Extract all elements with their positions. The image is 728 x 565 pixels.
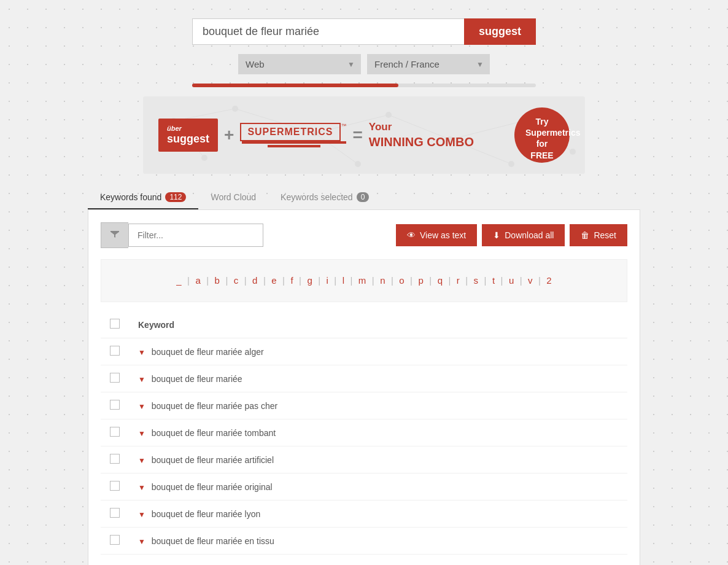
- search-input[interactable]: [192, 18, 464, 45]
- alpha-link-o[interactable]: o: [397, 274, 406, 287]
- select-all-header: [101, 311, 129, 338]
- tab-keywords-selected[interactable]: Keywords selected 0: [268, 186, 381, 209]
- eye-icon: 👁: [407, 230, 416, 240]
- expand-arrow-4[interactable]: ▼: [138, 456, 145, 465]
- language-dropdown[interactable]: French / France English / US German / Ge…: [367, 54, 490, 74]
- row-checkbox-cell-0: [101, 338, 129, 365]
- progress-bar-fill: [192, 84, 398, 87]
- alpha-link-u[interactable]: u: [506, 274, 516, 287]
- alpha-link-c[interactable]: c: [231, 274, 241, 287]
- row-checkbox-5[interactable]: [110, 481, 120, 491]
- alpha-link-f[interactable]: f: [288, 274, 295, 287]
- alpha-link-r[interactable]: r: [454, 274, 462, 287]
- keyword-cell-6: ▼ bouquet de fleur mariée lyon: [129, 501, 627, 528]
- expand-arrow-2[interactable]: ▼: [138, 402, 145, 411]
- keyword-cell-4: ▼ bouquet de fleur mariée artificiel: [129, 446, 627, 473]
- language-dropdown-wrapper: French / France English / US German / Ge…: [367, 54, 490, 74]
- alpha-link-t[interactable]: t: [490, 274, 497, 287]
- row-checkbox-6[interactable]: [110, 508, 120, 518]
- row-checkbox-0[interactable]: [110, 346, 120, 356]
- alphabet-filter: _ | a | b | c | d | e | f | g | i | l |: [101, 259, 627, 302]
- alpha-link-v[interactable]: v: [525, 274, 535, 287]
- main-content: 👁 View as text ⬇ Download all 🗑 Reset _: [12, 209, 716, 565]
- reset-button[interactable]: 🗑 Reset: [570, 224, 627, 246]
- keyword-cell-0: ▼ bouquet de fleur mariée alger: [129, 338, 627, 365]
- row-checkbox-1[interactable]: [110, 373, 120, 383]
- alpha-link-n[interactable]: n: [378, 274, 387, 287]
- table-row: ▼ bouquet de fleur mariée pas cher: [101, 392, 627, 419]
- expand-arrow-5[interactable]: ▼: [138, 483, 145, 492]
- alpha-link-d[interactable]: d: [250, 274, 260, 287]
- progress-section: [12, 84, 716, 87]
- plus-sign: +: [224, 125, 234, 145]
- promo-banner: über suggest + SUPERMETRICS ™ = YourWI: [143, 96, 585, 174]
- alpha-link-i[interactable]: i: [324, 274, 331, 287]
- filter-icon-button[interactable]: [101, 222, 128, 248]
- alpha-link-s[interactable]: s: [471, 274, 481, 287]
- tab-keywords-selected-label: Keywords selected: [281, 192, 353, 202]
- alpha-link-a[interactable]: a: [193, 274, 203, 287]
- alpha-link-l[interactable]: l: [340, 274, 347, 287]
- expand-arrow-6[interactable]: ▼: [138, 510, 145, 519]
- alpha-link-g[interactable]: g: [304, 274, 314, 287]
- row-checkbox-cell-4: [101, 446, 129, 473]
- view-as-text-button[interactable]: 👁 View as text: [396, 224, 477, 246]
- alpha-link-q[interactable]: q: [435, 274, 445, 287]
- winning-combo-text: YourWINNING COMBO: [369, 120, 474, 150]
- row-checkbox-7[interactable]: [110, 535, 120, 545]
- try-supermetrics-button[interactable]: Try Supermetricsfor FREE: [514, 107, 570, 163]
- tab-word-cloud[interactable]: Word Cloud: [198, 186, 268, 209]
- keyword-column-header: Keyword: [129, 311, 627, 338]
- tab-word-cloud-label: Word Cloud: [211, 192, 256, 202]
- keywords-table: Keyword ▼ bouquet de fleur mariée alger …: [101, 311, 627, 555]
- progress-bar-container: [192, 84, 536, 87]
- alpha-link-e[interactable]: e: [269, 274, 279, 287]
- view-as-text-label: View as text: [420, 230, 466, 240]
- alpha-link-p[interactable]: p: [416, 274, 425, 287]
- banner-logos: über suggest + SUPERMETRICS ™ = YourWI: [158, 119, 474, 152]
- row-checkbox-3[interactable]: [110, 427, 120, 437]
- row-checkbox-2[interactable]: [110, 400, 120, 410]
- keyword-text-7: bouquet de fleur mariée en tissu: [152, 536, 274, 546]
- reset-label: Reset: [594, 230, 616, 240]
- download-all-button[interactable]: ⬇ Download all: [482, 224, 565, 246]
- content-box: 👁 View as text ⬇ Download all 🗑 Reset _: [88, 209, 640, 565]
- table-row: ▼ bouquet de fleur mariée tombant: [101, 419, 627, 446]
- keyword-cell-5: ▼ bouquet de fleur mariée original: [129, 473, 627, 501]
- keyword-text-0: bouquet de fleur mariée alger: [152, 347, 264, 357]
- filter-group: [101, 222, 263, 248]
- row-checkbox-4[interactable]: [110, 454, 120, 464]
- tab-keywords-found[interactable]: Keywords found 112: [88, 186, 198, 209]
- trash-icon: 🗑: [581, 230, 589, 240]
- row-checkbox-cell-5: [101, 473, 129, 501]
- table-row: ▼ bouquet de fleur mariée en tissu: [101, 528, 627, 555]
- action-buttons: 👁 View as text ⬇ Download all 🗑 Reset: [396, 224, 627, 246]
- row-checkbox-cell-7: [101, 528, 129, 555]
- source-dropdown[interactable]: Web Images News Shopping: [238, 54, 361, 74]
- download-all-label: Download all: [505, 230, 554, 240]
- expand-arrow-7[interactable]: ▼: [138, 537, 145, 546]
- select-all-checkbox[interactable]: [110, 319, 120, 329]
- row-checkbox-cell-1: [101, 365, 129, 392]
- filter-input[interactable]: [128, 224, 263, 247]
- table-row: ▼ bouquet de fleur mariée: [101, 365, 627, 392]
- expand-arrow-1[interactable]: ▼: [138, 375, 145, 384]
- toolbar: 👁 View as text ⬇ Download all 🗑 Reset: [101, 222, 627, 248]
- tab-keywords-found-label: Keywords found: [100, 192, 161, 202]
- row-checkbox-cell-3: [101, 419, 129, 446]
- alpha-link-m[interactable]: m: [356, 274, 369, 287]
- keyword-text-4: bouquet de fleur mariée artificiel: [152, 455, 274, 465]
- suggest-button[interactable]: suggest: [464, 18, 536, 45]
- keywords-found-badge: 112: [165, 192, 186, 202]
- alpha-link-b[interactable]: b: [212, 274, 222, 287]
- search-bar: suggest: [192, 18, 536, 45]
- table-row: ▼ bouquet de fleur mariée original: [101, 473, 627, 501]
- alpha-link-underscore[interactable]: _: [174, 274, 184, 287]
- expand-arrow-3[interactable]: ▼: [138, 429, 145, 438]
- keyword-text-3: bouquet de fleur mariée tombant: [152, 428, 276, 438]
- keyword-text-5: bouquet de fleur mariée original: [152, 482, 273, 492]
- alpha-link-2[interactable]: 2: [544, 274, 554, 287]
- keyword-cell-1: ▼ bouquet de fleur mariée: [129, 365, 627, 392]
- download-icon: ⬇: [493, 230, 500, 240]
- expand-arrow-0[interactable]: ▼: [138, 348, 145, 357]
